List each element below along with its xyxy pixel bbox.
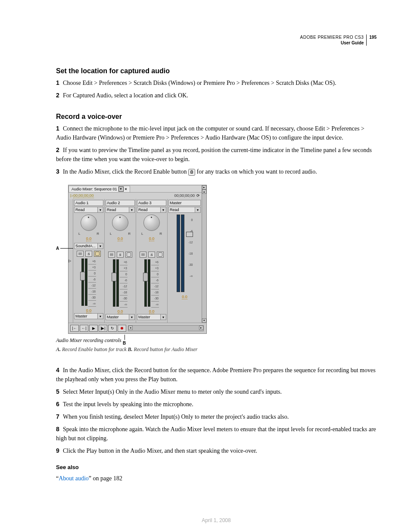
header-product: ADOBE PREMIERE PRO CS3 bbox=[300, 34, 364, 40]
header-guide: User Guide bbox=[300, 40, 364, 46]
panel-tab[interactable]: Audio Mixer: Sequence 01 ▼ × bbox=[68, 186, 130, 192]
volume-value[interactable]: 0.0 bbox=[182, 295, 187, 299]
output-assign[interactable]: Master▼ bbox=[106, 314, 135, 320]
record-button[interactable] bbox=[118, 325, 126, 332]
output-assign[interactable]: Master▼ bbox=[137, 314, 166, 320]
see-also-heading: See also bbox=[56, 464, 377, 470]
record-enable-button[interactable] bbox=[94, 251, 101, 257]
tab-menu-icon[interactable]: ▼ bbox=[118, 187, 124, 192]
callout-b-line bbox=[125, 335, 125, 340]
solo-button[interactable] bbox=[117, 252, 124, 258]
scroll-right-icon[interactable]: ▸ bbox=[199, 326, 203, 330]
step: 9Click the Play button in the Audio Mixe… bbox=[56, 446, 377, 455]
step-text: Connect the microphone to the mic-level … bbox=[56, 125, 364, 141]
caption-a-text: Record Enable button for track bbox=[61, 346, 128, 352]
pan-value[interactable]: 0.0 bbox=[118, 236, 123, 241]
track-name[interactable]: Audio 1 bbox=[74, 200, 103, 206]
fader-scale: +6+30-6-12-18-30-∞ bbox=[88, 258, 96, 306]
mute-button[interactable] bbox=[140, 252, 146, 258]
volume-value[interactable]: 0.0 bbox=[149, 309, 155, 314]
step-number: 5 bbox=[56, 387, 63, 396]
step: 7When you finish testing, deselect Meter… bbox=[56, 412, 377, 421]
track-name[interactable]: Audio 3 bbox=[137, 200, 166, 206]
step-text: If you want to preview the Timeline pane… bbox=[56, 147, 372, 162]
callout-a-label: A bbox=[56, 246, 59, 251]
master-column: Master Read▼ 0-6-12-18-30-∞ 0.0 bbox=[168, 199, 202, 323]
step-forward-button[interactable]: |▶| bbox=[99, 325, 107, 332]
volume-fader[interactable] bbox=[81, 258, 84, 306]
step-number: 8 bbox=[56, 425, 63, 434]
go-to-in-button[interactable]: |← bbox=[70, 325, 79, 332]
track-name[interactable]: Audio 2 bbox=[106, 200, 135, 206]
panel-menu-icon[interactable]: ▸ bbox=[202, 185, 206, 190]
pan-value[interactable]: 0.0 bbox=[149, 236, 155, 241]
output-assign[interactable]: Master▼ bbox=[74, 313, 103, 319]
caption-b-text: Record button for Audio Mixer bbox=[133, 346, 198, 352]
step-number: 2 bbox=[56, 146, 63, 155]
step-number: 6 bbox=[56, 400, 63, 409]
step: 4In the Audio Mixer, click the Record bu… bbox=[56, 366, 377, 384]
scrollbar[interactable]: ▸ ▴ ▾ bbox=[202, 185, 206, 323]
track-column: Audio 1 Read▼ LR 0.0 SoundMA...▼ bbox=[73, 199, 105, 323]
expand-icon[interactable]: ▷ bbox=[68, 259, 71, 263]
step-text-pre: In the Audio Mixer, click the Record Ena… bbox=[63, 168, 187, 175]
track-column: Audio 2 Read▼ LR 0.0 bbox=[105, 199, 136, 323]
step-number: 9 bbox=[56, 446, 63, 455]
caption-a-label: A. bbox=[56, 346, 61, 352]
footer-date: April 1, 2008 bbox=[56, 517, 377, 523]
scroll-down-icon[interactable]: ▾ bbox=[202, 318, 206, 323]
automation-mode[interactable]: Read▼ bbox=[168, 207, 201, 213]
step: 2If you want to preview the Timeline pan… bbox=[56, 146, 377, 164]
record-enable-button[interactable] bbox=[157, 252, 164, 258]
step-back-button[interactable]: ←| bbox=[80, 325, 88, 332]
audio-mixer-panel: Audio Mixer: Sequence 01 ▼ × ▷ 00;00;00;… bbox=[68, 185, 207, 334]
volume-value[interactable]: 0.0 bbox=[86, 308, 92, 313]
step: 1Connect the microphone to the mic-level… bbox=[56, 124, 377, 142]
master-fader[interactable] bbox=[186, 232, 193, 237]
mute-button[interactable] bbox=[108, 252, 115, 258]
solo-button[interactable] bbox=[148, 252, 155, 258]
step-number: 3 bbox=[56, 167, 63, 176]
step-text: Speak into the microphone again. Watch t… bbox=[56, 426, 376, 442]
solo-button[interactable] bbox=[85, 251, 92, 257]
loop-icon[interactable]: ⟳ bbox=[196, 193, 200, 198]
scroll-left-icon[interactable]: ◂ bbox=[128, 326, 133, 330]
scroll-up-icon[interactable]: ▴ bbox=[202, 190, 206, 194]
volume-fader[interactable] bbox=[144, 259, 147, 307]
caption-b-label: B. bbox=[128, 346, 133, 352]
step: 8Speak into the microphone again. Watch … bbox=[56, 425, 377, 443]
step-text: Click the Play button in the Audio Mixer… bbox=[63, 448, 257, 454]
step-number: 4 bbox=[56, 366, 63, 375]
duration-timecode: 00;00;00;00 bbox=[174, 193, 195, 198]
toggle-icon[interactable]: ▷ bbox=[70, 193, 73, 198]
section-heading: Record a voice-over bbox=[56, 113, 377, 121]
see-also-link[interactable]: About audio bbox=[59, 475, 89, 482]
page-number: 195 bbox=[367, 34, 377, 40]
chevron-down-icon: ▼ bbox=[98, 313, 103, 319]
pan-knob[interactable] bbox=[112, 215, 128, 231]
automation-mode[interactable]: Read▼ bbox=[106, 207, 135, 213]
step: 2For Captured Audio, select a location a… bbox=[56, 91, 377, 100]
volume-value[interactable]: 0.0 bbox=[118, 309, 123, 314]
transport-bar: |← ←| ▶ |▶| ↻ ◂ ▸ bbox=[68, 323, 206, 333]
play-button[interactable]: ▶ bbox=[89, 325, 98, 332]
volume-fader[interactable] bbox=[113, 259, 115, 307]
record-enable-button[interactable] bbox=[125, 252, 132, 258]
mute-button[interactable] bbox=[77, 251, 84, 257]
pan-knob[interactable] bbox=[81, 215, 97, 231]
transport-scrubber[interactable]: ◂ ▸ bbox=[128, 325, 204, 331]
effect-slot[interactable]: SoundMA...▼ bbox=[74, 243, 103, 249]
panel-titlebar: Audio Mixer: Sequence 01 ▼ × bbox=[68, 185, 202, 193]
track-name[interactable]: Master bbox=[168, 200, 201, 206]
automation-mode[interactable]: Read▼ bbox=[74, 207, 103, 213]
automation-mode[interactable]: Read▼ bbox=[137, 207, 166, 213]
pan-knob[interactable] bbox=[143, 215, 160, 231]
close-icon[interactable]: × bbox=[125, 187, 127, 191]
step-number: 7 bbox=[56, 412, 63, 421]
step-number: 1 bbox=[56, 78, 63, 87]
current-timecode[interactable]: 00;00;00;00 bbox=[73, 193, 94, 198]
pan-value[interactable]: 0.0 bbox=[86, 236, 92, 241]
page-header: ADOBE PREMIERE PRO CS3 User Guide 195 bbox=[56, 34, 377, 46]
loop-button[interactable]: ↻ bbox=[108, 325, 117, 332]
callout-a-line bbox=[60, 248, 73, 249]
